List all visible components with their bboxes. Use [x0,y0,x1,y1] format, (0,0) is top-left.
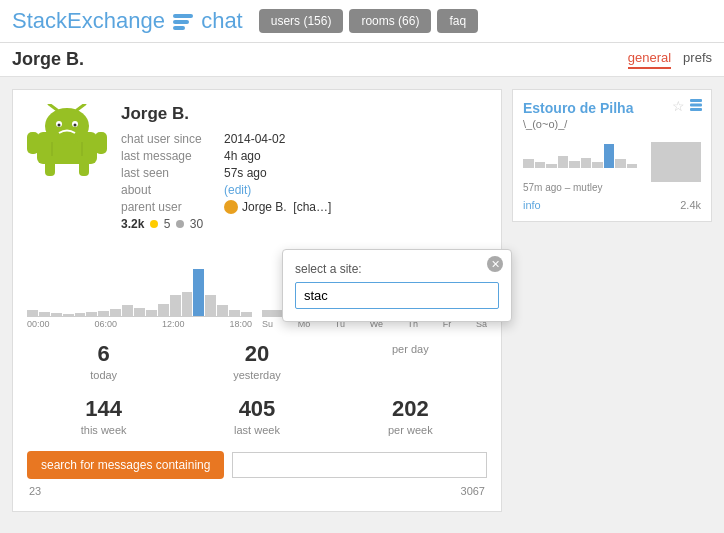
svg-point-7 [74,124,77,127]
room-chart-area [523,138,701,182]
rbar-0 [523,159,534,168]
room-member-count: 2.4k [680,199,701,211]
avatar [27,104,107,184]
room-info-link[interactable]: info [523,199,541,211]
nav-faq-button[interactable]: faq [437,9,478,33]
value-lastseen: 57s ago [224,166,267,180]
svg-rect-14 [690,99,702,102]
count-today: 6 today [27,341,180,382]
logo-bar-1 [173,14,193,18]
rbar-1 [535,162,546,168]
tab-prefs[interactable]: prefs [683,50,712,69]
page-start: 23 [29,485,41,497]
rep-value: 3.2k [121,217,144,231]
bar-10 [146,310,157,316]
rbar-8 [615,159,626,168]
star-icon[interactable]: ☆ [672,98,685,114]
bar-14-highlight [193,269,204,316]
logo-bar-3 [173,26,185,30]
rbar-3 [558,156,569,168]
bar-8 [122,305,133,316]
edit-link[interactable]: (edit) [224,183,251,197]
main-content: Jorge B. chat user since 2014-04-02 last… [0,77,724,524]
count-lastweek-num: 405 [180,396,333,422]
silver-badge: 30 [176,217,203,231]
svg-point-6 [58,124,61,127]
nav-users-button[interactable]: users (156) [259,9,344,33]
value-since: 2014-04-02 [224,132,285,146]
count-today-num: 6 [27,341,180,367]
label-lastseen: last seen [121,166,216,180]
logo: StackExchange chat [12,8,243,34]
count-thisweek-num: 144 [27,396,180,422]
bar-1 [39,312,50,316]
popup-box: ✕ select a site: [282,249,512,322]
count-yesterday-label: yesterday [233,369,281,381]
page-numbers: 23 3067 [27,485,487,497]
silver-dot [176,220,184,228]
tab-general[interactable]: general [628,50,671,69]
logo-bar-2 [173,20,189,24]
value-parent: Jorge B. [cha…] [224,200,331,214]
svg-rect-15 [690,104,702,107]
stack-svg [689,98,703,112]
time-label-0: 00:00 [27,319,50,329]
room-card: ☆ Estouro de Pilha \_(o~o)_/ [512,89,712,222]
room-desc: \_(o~o)_/ [523,118,701,130]
bar-11 [158,304,169,316]
count-perweek-label: per week [388,424,433,436]
bar-15 [205,295,216,316]
bar-13 [182,292,193,316]
bar-18 [241,312,252,316]
nav-rooms-button[interactable]: rooms (66) [349,9,431,33]
profile-row-lastseen: last seen 57s ago [121,166,487,180]
bar-12 [170,295,181,316]
logo-chat: chat [201,8,243,33]
header: StackExchange chat users (156) rooms (66… [0,0,724,43]
rbar-9 [627,164,638,169]
profile-name: Jorge B. [121,104,487,124]
user-line: Jorge B. general prefs [0,43,724,77]
time-label-2: 12:00 [162,319,185,329]
bar-0 [27,310,38,316]
count-lastweek: 405 last week [180,396,333,437]
profile-row-since: chat user since 2014-04-02 [121,132,487,146]
search-button[interactable]: search for messages containing [27,451,224,479]
svg-line-8 [49,104,57,110]
count-thisweek: 144 this week [27,396,180,437]
silver-count: 30 [190,217,203,231]
time-chart-labels: 00:00 06:00 12:00 18:00 [27,319,252,329]
profile-row-lastmsg: last message 4h ago [121,149,487,163]
bar-4 [75,313,86,316]
popup-close-button[interactable]: ✕ [487,256,503,272]
bar-9 [134,308,145,316]
bar-3 [63,314,74,316]
rbar-6 [592,162,603,168]
count-lastweek-label: last week [234,424,280,436]
count-perweek: 202 per week [334,396,487,437]
label-since: chat user since [121,132,216,146]
room-footer: info 2.4k [523,199,701,211]
gold-badge: 5 [150,217,170,231]
search-input[interactable] [232,452,487,478]
profile-info: Jorge B. chat user since 2014-04-02 last… [121,104,487,243]
user-display-name: Jorge B. [12,49,84,70]
bar-6 [98,311,109,316]
bar-5 [86,312,97,316]
search-bar: search for messages containing [27,451,487,479]
count-perday-label: per day [392,343,429,355]
user-tabs: general prefs [628,50,712,69]
bar-16 [217,305,228,316]
site-select-popup: ✕ select a site: [282,249,512,322]
rbar-5 [581,158,592,169]
count-perweek-num: 202 [334,396,487,422]
room-mini-chart [523,138,637,168]
popup-site-input[interactable] [295,282,499,309]
nav-buttons: users (156) rooms (66) faq [259,9,478,33]
message-counts: 6 today 20 yesterday per day [27,341,487,382]
label-about: about [121,183,216,197]
bar-7 [110,309,121,316]
gold-count: 5 [164,217,171,231]
logo-stack: Stack [12,8,67,33]
profile-row-about: about (edit) [121,183,487,197]
